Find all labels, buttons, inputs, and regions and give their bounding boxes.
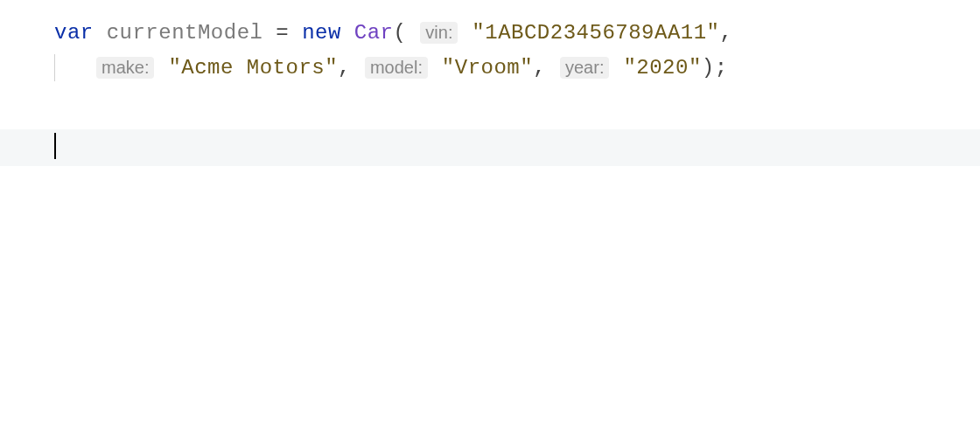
- code-line-2[interactable]: make: "Acme Motors", model: "Vroom", yea…: [95, 51, 980, 86]
- paren-close: ): [702, 56, 715, 80]
- type-car: Car: [354, 21, 394, 45]
- param-hint-model: model:: [365, 57, 428, 79]
- string-vin: "1ABCD23456789AA11": [472, 21, 719, 45]
- code-line-1[interactable]: var currentModel = new Car( vin: "1ABCD2…: [54, 16, 980, 51]
- param-hint-make: make:: [96, 57, 154, 79]
- comma-3: ,: [533, 56, 546, 80]
- semicolon: ;: [715, 56, 728, 80]
- operator-equals: =: [276, 21, 289, 45]
- comma-1: ,: [720, 21, 733, 45]
- paren-open: (: [394, 21, 407, 45]
- keyword-var: var: [54, 21, 94, 45]
- keyword-new: new: [302, 21, 341, 45]
- code-editor[interactable]: var currentModel = new Car( vin: "1ABCD2…: [0, 0, 980, 85]
- string-model: "Vroom": [442, 56, 533, 80]
- comma-2: ,: [338, 56, 351, 80]
- current-line-highlight: [0, 129, 980, 166]
- param-hint-year: year:: [560, 57, 609, 79]
- string-year: "2020": [623, 56, 701, 80]
- string-make: "Acme Motors": [168, 56, 338, 80]
- identifier-currentModel: currentModel: [107, 21, 263, 45]
- indent-guide: [54, 54, 55, 82]
- param-hint-vin: vin:: [420, 22, 458, 44]
- text-cursor: [54, 133, 56, 159]
